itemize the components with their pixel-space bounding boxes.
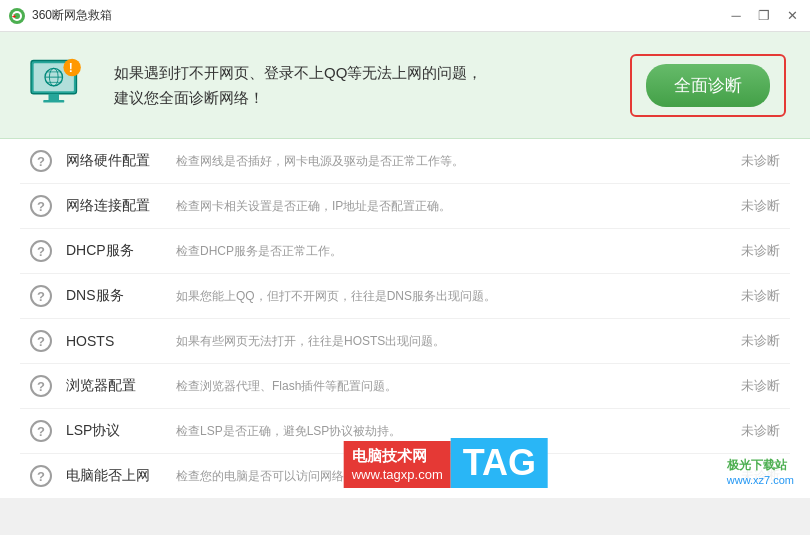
diag-icon-7: ? [30, 465, 52, 487]
diag-row-1: ? 网络连接配置 检查网卡相关设置是否正确，IP地址是否配置正确。 未诊断 [20, 184, 790, 229]
diag-desc-6: 检查LSP是否正确，避免LSP协议被劫持。 [176, 423, 731, 440]
title-bar: + 360断网急救箱 ─ ❐ ✕ [0, 0, 810, 32]
header-section: ! 如果遇到打不开网页、登录不上QQ等无法上网的问题， 建议您全面诊断网络！ 全… [0, 32, 810, 139]
diag-icon-6: ? [30, 420, 52, 442]
diag-name-2: DHCP服务 [66, 242, 176, 260]
main-content: ? 网络硬件配置 检查网线是否插好，网卡电源及驱动是否正常工作等。 未诊断 ? … [0, 139, 810, 498]
diag-row-3: ? DNS服务 如果您能上QQ，但打不开网页，往往是DNS服务出现问题。 未诊断 [20, 274, 790, 319]
diagnose-button[interactable]: 全面诊断 [646, 64, 770, 107]
diag-icon-2: ? [30, 240, 52, 262]
diag-name-1: 网络连接配置 [66, 197, 176, 215]
diag-status-6: 未诊断 [741, 422, 780, 440]
diag-desc-7: 检查您的电脑是否可以访问网络，是否能正常上网。 [176, 468, 731, 485]
close-button[interactable]: ✕ [782, 6, 802, 26]
diag-icon-5: ? [30, 375, 52, 397]
svg-rect-7 [43, 100, 64, 103]
diag-row-0: ? 网络硬件配置 检查网线是否插好，网卡电源及驱动是否正常工作等。 未诊断 [20, 139, 790, 184]
diag-name-0: 网络硬件配置 [66, 152, 176, 170]
window-controls: ─ ❐ ✕ [726, 6, 802, 26]
diag-name-7: 电脑能否上网 [66, 467, 176, 485]
diag-row-5: ? 浏览器配置 检查浏览器代理、Flash插件等配置问题。 未诊断 [20, 364, 790, 409]
diag-name-4: HOSTS [66, 333, 176, 349]
diag-name-3: DNS服务 [66, 287, 176, 305]
diag-row-7: ? 电脑能否上网 检查您的电脑是否可以访问网络，是否能正常上网。 未诊断 [20, 454, 790, 498]
diag-desc-2: 检查DHCP服务是否正常工作。 [176, 243, 731, 260]
diagnosis-list: ? 网络硬件配置 检查网线是否插好，网卡电源及驱动是否正常工作等。 未诊断 ? … [20, 139, 790, 498]
diag-desc-1: 检查网卡相关设置是否正确，IP地址是否配置正确。 [176, 198, 731, 215]
diag-status-0: 未诊断 [741, 152, 780, 170]
app-title: 360断网急救箱 [32, 7, 726, 24]
diag-icon-1: ? [30, 195, 52, 217]
diag-status-1: 未诊断 [741, 197, 780, 215]
diag-status-5: 未诊断 [741, 377, 780, 395]
diag-name-6: LSP协议 [66, 422, 176, 440]
diagnose-btn-container: 全面诊断 [630, 54, 786, 117]
diag-desc-5: 检查浏览器代理、Flash插件等配置问题。 [176, 378, 731, 395]
minimize-button[interactable]: ─ [726, 6, 746, 26]
diag-row-6: ? LSP协议 检查LSP是否正确，避免LSP协议被劫持。 未诊断 [20, 409, 790, 454]
restore-button[interactable]: ❐ [754, 6, 774, 26]
svg-text:!: ! [69, 61, 73, 75]
diag-icon-4: ? [30, 330, 52, 352]
diag-icon-0: ? [30, 150, 52, 172]
diag-row-2: ? DHCP服务 检查DHCP服务是否正常工作。 未诊断 [20, 229, 790, 274]
diag-status-3: 未诊断 [741, 287, 780, 305]
diag-row-4: ? HOSTS 如果有些网页无法打开，往往是HOSTS出现问题。 未诊断 [20, 319, 790, 364]
diag-status-7: 未诊断 [741, 467, 780, 485]
header-text: 如果遇到打不开网页、登录不上QQ等无法上网的问题， 建议您全面诊断网络！ [114, 60, 610, 111]
diag-status-4: 未诊断 [741, 332, 780, 350]
app-icon: + [8, 7, 26, 25]
diag-desc-0: 检查网线是否插好，网卡电源及驱动是否正常工作等。 [176, 153, 731, 170]
diag-status-2: 未诊断 [741, 242, 780, 260]
diag-desc-3: 如果您能上QQ，但打不开网页，往往是DNS服务出现问题。 [176, 288, 731, 305]
svg-rect-6 [49, 94, 60, 101]
header-icon: ! [24, 50, 94, 120]
diag-icon-3: ? [30, 285, 52, 307]
diag-name-5: 浏览器配置 [66, 377, 176, 395]
diag-desc-4: 如果有些网页无法打开，往往是HOSTS出现问题。 [176, 333, 731, 350]
svg-text:+: + [12, 13, 16, 20]
